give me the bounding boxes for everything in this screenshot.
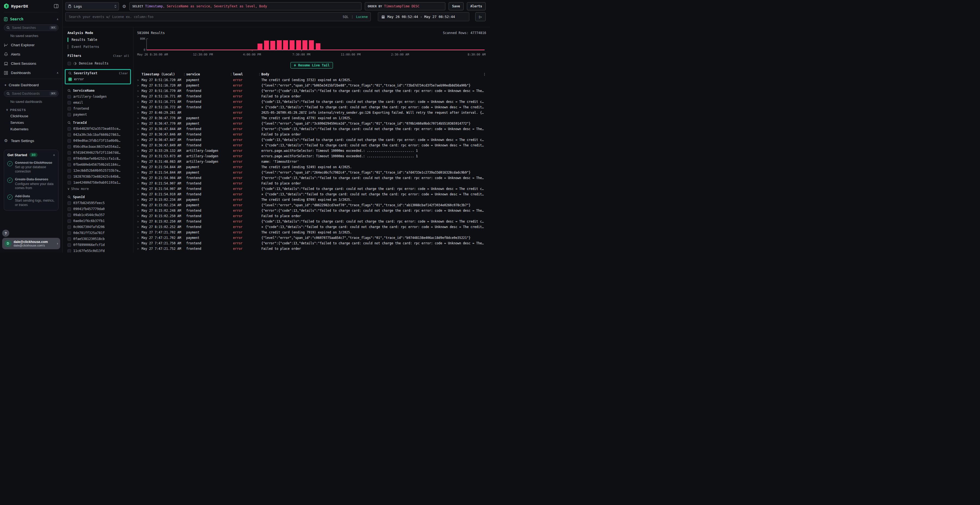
sidebar-item-services[interactable]: Services: [10, 121, 59, 125]
row-expand-chevron-icon[interactable]: >: [137, 155, 142, 158]
sidebar-item-alerts[interactable]: Alerts: [4, 52, 59, 56]
table-row[interactable]: >May 27 8:15:02.250 AMfrontenderrorFaile…: [137, 213, 486, 219]
facet-value-1ae42480d758e9ab91193a1-[interactable]: 1ae42480d758e9ab91193a1…: [67, 181, 129, 184]
row-expand-chevron-icon[interactable]: >: [137, 187, 142, 191]
row-expand-chevron-icon[interactable]: >: [137, 111, 142, 114]
save-button[interactable]: Save: [449, 2, 464, 10]
histogram-bar[interactable]: [270, 41, 275, 50]
histogram-bar[interactable]: [302, 40, 307, 50]
checkbox[interactable]: [67, 181, 71, 184]
checkbox[interactable]: [67, 151, 71, 154]
sidebar-item-team-settings[interactable]: ⚙ Team Settings: [4, 138, 59, 143]
facet-value-09ab1c4544c9a357[interactable]: 09ab1c4544c9a357: [67, 213, 129, 217]
table-row[interactable]: >May 27 8:21:54.844 AMpaymenterror{"leve…: [137, 170, 486, 175]
facet-value-056cd9acbaac8637a4354a2-[interactable]: 056cd9acbaac8637a4354a2…: [67, 145, 129, 149]
chevron-up-icon[interactable]: ∧: [53, 154, 55, 156]
row-expand-chevron-icon[interactable]: >: [137, 100, 142, 103]
histogram-bar[interactable]: [277, 40, 282, 50]
table-row[interactable]: >May 27 7:47:21.750 AMfrontenderror{"err…: [137, 241, 486, 246]
table-row[interactable]: >May 27 8:36:47.844 AMfrontenderror{"err…: [137, 126, 486, 132]
table-options-icon[interactable]: ⋮: [481, 72, 486, 76]
checkbox[interactable]: [67, 225, 71, 229]
row-expand-chevron-icon[interactable]: >: [137, 176, 142, 179]
sidebar-collapse-icon[interactable]: [54, 4, 59, 8]
row-expand-chevron-icon[interactable]: >: [137, 204, 142, 207]
histogram-bar[interactable]: [290, 40, 294, 50]
row-expand-chevron-icon[interactable]: >: [137, 138, 142, 141]
table-row[interactable]: >May 27 8:31:53.073 AMartillery-loadgene…: [137, 154, 486, 159]
facet-value-0fbe680eb456750b2d1184c-[interactable]: 0fbe680eb456750b2d1184c…: [67, 163, 129, 167]
sidebar-item-kubernetes[interactable]: Kubernetes: [10, 127, 59, 131]
show-more-button[interactable]: ∨Show more: [67, 187, 129, 191]
histogram-bar[interactable]: [258, 43, 262, 50]
table-row[interactable]: >May 27 8:21:54.910 AMfrontenderror× {"c…: [137, 192, 486, 197]
checkbox[interactable]: [67, 113, 71, 116]
order-by-input[interactable]: ORDER BY TimestampTime DESC: [365, 2, 445, 10]
row-expand-chevron-icon[interactable]: >: [137, 242, 142, 245]
facet-value-0fae5381230518cb[interactable]: 0fae5381230518cb: [67, 237, 129, 241]
checkbox[interactable]: [67, 231, 71, 235]
checkbox[interactable]: [67, 213, 71, 217]
histogram-plot[interactable]: [146, 39, 485, 50]
row-expand-chevron-icon[interactable]: >: [137, 231, 142, 234]
presets-toggle[interactable]: ∨ PRESETS: [6, 108, 59, 111]
column-resize-handle[interactable]: ⋮: [182, 73, 186, 76]
table-row[interactable]: >May 27 8:15:02.248 AMfrontenderror{"err…: [137, 208, 486, 213]
checkbox[interactable]: [67, 237, 71, 241]
row-expand-chevron-icon[interactable]: >: [137, 160, 142, 163]
table-row[interactable]: >May 27 8:51:16.771 AMfrontenderrorFaile…: [137, 94, 486, 99]
clear-all-button[interactable]: Clear all: [113, 54, 129, 58]
histogram-bar[interactable]: [283, 40, 288, 50]
checkbox[interactable]: [67, 145, 71, 149]
table-row[interactable]: >May 27 7:47:21.702 AMpaymenterror{"leve…: [137, 235, 486, 241]
table-row[interactable]: >May 27 8:36:47.846 AMfrontenderrorFaile…: [137, 132, 486, 137]
facet-value-042a30c3dc1baf660b27863-[interactable]: 042a30c3dc1baf660b27863…: [67, 133, 129, 137]
row-expand-chevron-icon[interactable]: >: [137, 237, 142, 240]
column-resize-handle[interactable]: ⋮: [258, 73, 261, 76]
facet-value-0f94b9befe0b4252ccfa1c8-[interactable]: 0f94b9befe0b4252ccfa1c8…: [67, 157, 129, 160]
row-expand-chevron-icon[interactable]: >: [137, 220, 142, 223]
checkbox[interactable]: [67, 163, 71, 167]
sidebar-item-chart-explorer[interactable]: Chart Explorer: [4, 43, 59, 47]
table-row[interactable]: >May 27 8:21:54.904 AMfrontenderror{"err…: [137, 175, 486, 181]
get-started-step[interactable]: ✓ Create Data Sources Configure where yo…: [7, 177, 55, 190]
facet-value-frontend[interactable]: frontend: [67, 106, 129, 110]
table-row[interactable]: >May 27 8:21:54.844 AMpaymenterrorThe cr…: [137, 164, 486, 170]
table-row[interactable]: >May 27 8:51:16.720 AMpaymenterror{"leve…: [137, 83, 486, 88]
analysis-mode-results-table[interactable]: Results Table: [67, 38, 129, 42]
checkbox[interactable]: [67, 95, 71, 98]
checkbox[interactable]: [67, 133, 71, 137]
alerts-button[interactable]: Alerts: [467, 2, 486, 10]
event-search-input[interactable]: [68, 15, 340, 19]
row-expand-chevron-icon[interactable]: >: [137, 128, 142, 130]
row-expand-chevron-icon[interactable]: >: [137, 122, 142, 125]
table-row[interactable]: >May 27 8:21:54.907 AMfrontenderrorFaile…: [137, 181, 486, 186]
checkbox[interactable]: [67, 201, 71, 205]
column-resize-handle[interactable]: ⋮: [229, 73, 233, 76]
sidebar-item-clickhouse[interactable]: ClickHouse: [10, 114, 59, 118]
sidebar-item-client-sessions[interactable]: Client Sessions: [4, 62, 59, 65]
table-row[interactable]: >May 27 8:51:16.720 AMpaymenterrorThe cr…: [137, 77, 486, 83]
create-dashboard-button[interactable]: + Create Dashboard: [4, 83, 59, 87]
checkbox[interactable]: [67, 219, 71, 223]
checkbox[interactable]: ✓: [68, 78, 72, 81]
row-expand-chevron-icon[interactable]: >: [137, 215, 142, 218]
select-clause-input[interactable]: SELECT Timestamp, ServiceName as service…: [129, 2, 361, 10]
col-header-timestamp[interactable]: Timestamp (Local): [142, 72, 182, 76]
table-row[interactable]: >May 27 7:47:21.702 AMpaymenterrorThe cr…: [137, 230, 486, 235]
facet-value-09041fb457779da0[interactable]: 09041fb457779da0: [67, 207, 129, 211]
table-row[interactable]: >May 27 8:15:02.234 AMpaymenterror{"leve…: [137, 202, 486, 208]
facet-value-0c0667304fafd206[interactable]: 0c0667304fafd206: [67, 225, 129, 229]
facet-value-18287038b73e882425c64b8-[interactable]: 18287038b73e882425c64b8…: [67, 175, 129, 178]
facet-value-email[interactable]: email: [67, 101, 129, 105]
row-expand-chevron-icon[interactable]: >: [137, 226, 142, 229]
row-expand-chevron-icon[interactable]: >: [137, 95, 142, 98]
saved-dashboards-input[interactable]: ⌘K: [4, 91, 59, 97]
resume-live-tail-button[interactable]: Resume Live Tail: [290, 62, 333, 68]
table-row[interactable]: >May 27 8:51:16.771 AMfrontenderror{"cod…: [137, 99, 486, 105]
table-row[interactable]: >May 27 8:51:16.772 AMfrontenderror× {"c…: [137, 105, 486, 110]
table-row[interactable]: >May 27 8:31:48.083 AMartillery-loadgene…: [137, 159, 486, 164]
histogram-bar[interactable]: [296, 40, 301, 50]
row-expand-chevron-icon[interactable]: >: [137, 193, 142, 196]
get-started-step[interactable]: ✓ Connect to ClickHouse Set up your data…: [7, 160, 55, 173]
